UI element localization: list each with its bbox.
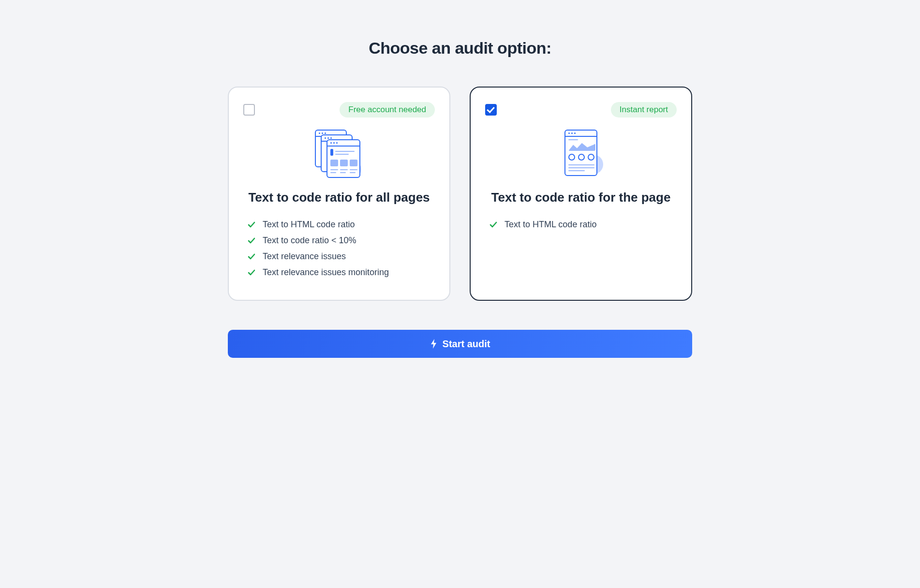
checkbox-checked-icon[interactable]	[485, 104, 497, 116]
start-audit-button[interactable]: Start audit	[228, 330, 692, 358]
feature-item: Text relevance issues	[247, 249, 431, 265]
check-icon	[247, 252, 256, 261]
single-page-report-icon	[485, 127, 677, 180]
check-icon	[247, 220, 256, 229]
checkbox-unchecked-icon[interactable]	[243, 104, 255, 116]
feature-text: Text to HTML code ratio	[263, 220, 355, 230]
option-card-single-page[interactable]: Instant report	[470, 87, 692, 301]
feature-item: Text relevance issues monitoring	[247, 265, 431, 280]
bolt-icon	[430, 339, 438, 349]
feature-list: Text to HTML code ratio Text to code rat…	[243, 217, 435, 280]
check-icon	[247, 268, 256, 277]
feature-text: Text relevance issues monitoring	[263, 267, 389, 278]
feature-list: Text to HTML code ratio	[485, 217, 677, 233]
option-heading: Text to code ratio for the page	[485, 190, 677, 205]
feature-text: Text to code ratio < 10%	[263, 235, 356, 246]
card-header: Instant report	[485, 102, 677, 118]
check-icon	[247, 236, 256, 245]
feature-item: Text to HTML code ratio	[247, 217, 431, 233]
option-heading: Text to code ratio for all pages	[243, 190, 435, 205]
page-title: Choose an audit option:	[228, 39, 692, 58]
audit-options: Free account needed	[228, 87, 692, 301]
cta-label: Start audit	[443, 338, 490, 350]
pages-stack-icon	[243, 127, 435, 180]
option-card-all-pages[interactable]: Free account needed	[228, 87, 450, 301]
feature-item: Text to HTML code ratio	[489, 217, 673, 233]
feature-text: Text relevance issues	[263, 251, 346, 262]
check-icon	[489, 220, 498, 229]
badge-instant-report: Instant report	[611, 102, 677, 118]
feature-item: Text to code ratio < 10%	[247, 233, 431, 249]
feature-text: Text to HTML code ratio	[505, 220, 596, 230]
badge-free-account: Free account needed	[340, 102, 435, 118]
card-header: Free account needed	[243, 102, 435, 118]
